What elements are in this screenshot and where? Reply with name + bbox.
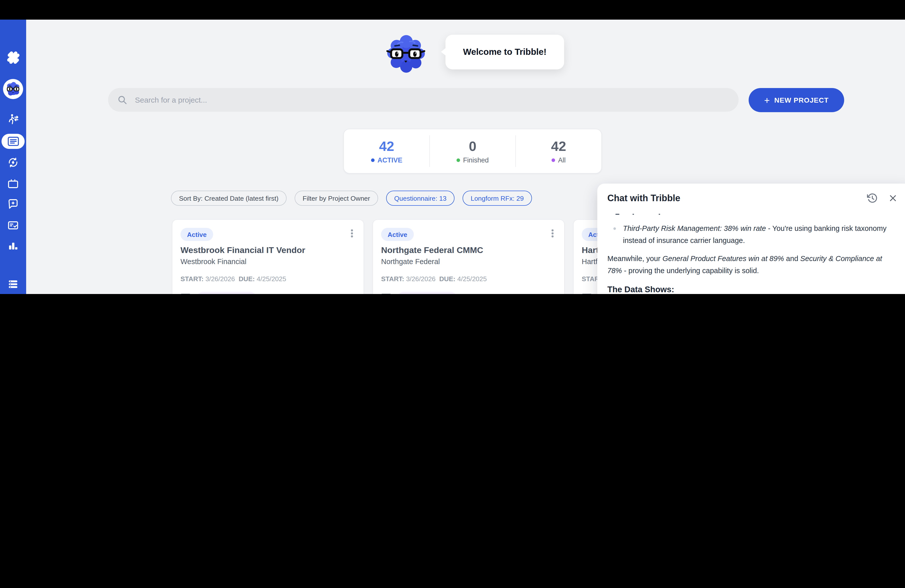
welcome-bubble: Welcome to Tribble! [445, 35, 564, 70]
search-icon [117, 94, 128, 105]
finished-dot [457, 158, 460, 162]
history-icon[interactable] [867, 193, 878, 204]
welcome-text: Welcome to Tribble! [463, 47, 546, 57]
tribble-mascot [384, 31, 429, 75]
project-title: Northgate Federal CMMC [381, 245, 556, 256]
tribble-logo-icon[interactable] [4, 48, 22, 67]
sidebar: TK [0, 20, 26, 294]
onboarding-walkthrough-icon[interactable] [7, 113, 19, 125]
new-project-button[interactable]: + NEW PROJECT [749, 88, 844, 112]
mascot-avatar-icon[interactable] [3, 79, 23, 99]
project-card[interactable]: Active Northgate Federal CMMC Northgate … [373, 219, 565, 294]
project-dates: START: 3/26/2026 DUE: 4/25/2025 [181, 275, 356, 283]
all-dot [551, 158, 555, 162]
filter-chips: Sort By: Created Date (latest first) Fil… [171, 191, 532, 206]
chat-bullet-item: Third-Party Risk Management: 38% win rat… [607, 223, 898, 246]
chat-section-heading: The Data Shows: [607, 284, 898, 294]
kebab-menu-icon[interactable] [348, 228, 356, 239]
top-black-bar [0, 0, 905, 20]
sidebar-item-projects-active[interactable] [2, 134, 25, 149]
project-search [108, 88, 738, 112]
chat-bullet-list: Third-Party Risk Management: 38% win rat… [607, 223, 898, 246]
clipped-line-remnant [607, 211, 898, 215]
status-badge: Active [181, 228, 213, 241]
project-stats-card: 42 ACTIVE 0 Finished 42 All [343, 129, 602, 173]
project-client: Westbrook Financial [181, 257, 356, 265]
review-checklist-icon[interactable] [7, 219, 19, 231]
project-title: Westbrook Financial IT Vendor [181, 245, 356, 256]
progress-badge: In Review • 0% [197, 292, 256, 294]
status-badge: Active [381, 228, 414, 241]
sort-by-chip[interactable]: Sort By: Created Date (latest first) [171, 191, 287, 206]
longform-rfx-chip[interactable]: Longform RFx: 29 [462, 191, 532, 206]
chat-message-body: Third-Party Risk Management: 38% win rat… [597, 211, 905, 294]
kebab-menu-icon[interactable] [548, 228, 557, 239]
progress-badge: In Review • 0% [397, 292, 457, 294]
analytics-bars-icon[interactable] [7, 240, 19, 252]
table-view-icon[interactable] [381, 294, 391, 294]
stat-active[interactable]: 42 ACTIVE [344, 129, 429, 173]
chat-header: Chat with Tribble [607, 193, 898, 204]
chat-panel: Chat with Tribble Third-Party Risk Manag… [597, 184, 905, 294]
sync-sparkle-icon[interactable] [7, 156, 19, 168]
table-view-icon[interactable] [582, 294, 592, 294]
table-view-icon[interactable] [181, 294, 191, 294]
project-dates: START: 3/26/2026 DUE: 4/25/2025 [381, 275, 556, 283]
stat-finished[interactable]: 0 Finished [430, 129, 515, 173]
project-client: Northgate Federal [381, 257, 556, 265]
filter-owner-chip[interactable]: Filter by Project Owner [295, 191, 378, 206]
chat-paragraph: Meanwhile, your General Product Features… [607, 253, 898, 277]
stat-all[interactable]: 42 All [516, 129, 601, 173]
close-icon[interactable] [888, 193, 898, 203]
data-stack-icon[interactable] [7, 278, 19, 290]
active-dot [371, 158, 374, 162]
search-input[interactable] [134, 95, 730, 105]
workspace-tray-icon[interactable] [7, 178, 19, 190]
plus-icon: + [764, 95, 770, 105]
chat-sparkle-icon[interactable] [7, 198, 19, 210]
questionnaire-chip[interactable]: Questionnaire: 13 [386, 191, 454, 206]
bubble-tail [441, 48, 446, 56]
app-window: TK Welcome to Tribble! + [0, 0, 905, 294]
project-card[interactable]: Active Westbrook Financial IT Vendor Wes… [172, 219, 364, 294]
chat-title: Chat with Tribble [607, 193, 680, 203]
